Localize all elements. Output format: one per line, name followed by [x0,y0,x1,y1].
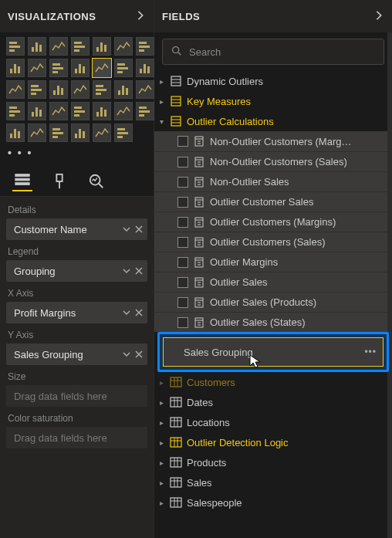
field-checkbox[interactable] [177,237,188,248]
caret-right-icon[interactable]: ▸ [157,499,165,507]
table-row[interactable]: ▸ Customers [154,372,392,392]
viz-area-icon[interactable] [114,37,133,56]
viz-donut-icon[interactable] [136,59,154,77]
viz-filled-map-icon[interactable] [49,80,68,99]
caret-right-icon[interactable]: ▸ [157,97,165,106]
field-well[interactable]: Sales Grouping [6,343,147,365]
analytics-tool-icon[interactable] [86,171,106,191]
chevron-right-icon[interactable] [373,10,384,23]
viz-qa-icon[interactable] [28,124,46,142]
fields-tool-icon[interactable] [12,171,32,191]
viz-decomp-icon[interactable] [6,124,25,142]
viz-stacked-area-icon[interactable] [136,37,154,56]
chevron-down-icon[interactable] [123,349,130,360]
viz-pie-icon[interactable] [114,59,133,77]
viz-stacked-bar-icon[interactable] [6,37,25,56]
viz-multi-card-icon[interactable] [114,80,133,99]
table-row[interactable]: ▸ Products [154,452,392,472]
field-row[interactable]: Non-Outlier Sales [154,171,392,191]
viz-line-icon[interactable] [93,37,111,56]
viz-globe-icon[interactable] [114,124,133,142]
field-well[interactable]: Profit Margins [6,302,147,323]
remove-icon[interactable] [135,349,143,360]
field-checkbox[interactable] [177,177,188,188]
viz-ribbon-icon[interactable] [28,59,46,77]
chevron-down-icon[interactable] [123,307,130,319]
chevron-down-icon[interactable] [123,266,130,277]
fields-search[interactable]: Search [162,39,384,65]
viz-funnel-icon[interactable] [71,59,90,77]
field-row[interactable]: Outlier Margins [154,252,392,272]
field-well[interactable]: Grouping [6,260,147,282]
viz-paginated-icon[interactable] [49,124,68,142]
table-row[interactable]: ▸ Outlier Detection Logic [154,432,392,452]
fields-header[interactable]: FIELDS [154,0,392,32]
caret-right-icon[interactable]: ▸ [157,418,165,427]
viz-kpi-icon[interactable] [136,80,154,99]
field-checkbox[interactable] [177,217,188,228]
viz-arc-gis-icon[interactable] [114,102,133,120]
viz-line-bar-icon[interactable] [6,59,25,77]
measure-icon [193,216,205,228]
format-tool-icon[interactable] [49,171,69,191]
field-well[interactable]: Drag data fields here [6,427,147,448]
viz-waterfall-icon[interactable] [49,59,68,77]
caret-right-icon[interactable]: ▸ [157,458,165,467]
field-checkbox[interactable] [177,197,188,208]
caret-right-icon[interactable]: ▸ [157,77,165,86]
field-row[interactable]: Outlier Customers (Sales) [154,232,392,252]
chevron-right-icon[interactable] [135,10,146,23]
viz-matrix-icon[interactable] [49,102,68,120]
field-well[interactable]: Drag data fields here [6,385,147,407]
remove-icon[interactable] [135,266,143,277]
table-row[interactable]: ▸ Dynamic Outliers [154,71,392,91]
chevron-down-icon[interactable] [123,224,130,235]
table-row[interactable]: ▾ Outlier Calculations [154,111,392,131]
caret-right-icon[interactable]: ▸ [157,438,165,447]
field-row[interactable]: Outlier Customers (Margins) [154,211,392,232]
table-row[interactable]: ▸ Locations [154,412,392,432]
viz-key-influencers-icon[interactable] [136,102,154,120]
field-row[interactable]: Outlier Customer Sales [154,191,392,211]
field-checkbox[interactable] [177,317,188,328]
field-row[interactable]: Outlier Sales (States) [154,312,392,332]
table-row[interactable]: ▸ Salespeople [154,492,392,513]
more-options-icon[interactable]: ••• [364,347,377,357]
field-checkbox[interactable] [177,297,188,308]
field-well[interactable]: Customer Name [6,218,147,240]
viz-clustered-bar-icon[interactable] [28,37,46,56]
field-checkbox[interactable] [177,257,188,268]
more-visuals-button[interactable]: • • • [0,147,154,164]
viz-R-icon[interactable] [93,124,111,142]
field-checkbox[interactable] [177,157,188,167]
viz-card-icon[interactable] [93,80,111,99]
caret-down-icon[interactable]: ▾ [157,117,165,126]
viz-gauge-icon[interactable] [71,80,90,99]
visualizations-header[interactable]: VISUALIZATIONS [0,0,154,32]
viz-treemap-icon[interactable] [6,80,25,99]
viz-clustered-column-icon[interactable] [71,37,90,56]
remove-icon[interactable] [135,307,143,319]
viz-scatter-icon[interactable] [93,59,111,77]
field-row[interactable]: Outlier Sales (Products) [154,292,392,312]
table-row[interactable]: ▸ Dates [154,392,392,412]
field-row[interactable]: Non-Outlier Customers (Sales) [154,151,392,171]
viz-map-icon[interactable] [28,80,46,99]
caret-right-icon[interactable]: ▸ [157,479,165,487]
field-row[interactable]: Non-Outlier Customers (Marg… [154,131,392,151]
viz-r-visual-icon[interactable] [71,102,90,120]
remove-icon[interactable] [135,224,143,235]
field-row[interactable]: Outlier Sales [154,272,392,292]
field-checkbox[interactable] [177,136,188,147]
visualizations-pane: VISUALIZATIONS • • • DetailsCustomer Nam… [0,0,154,538]
caret-right-icon[interactable]: ▸ [157,398,165,407]
caret-right-icon[interactable]: ▸ [157,378,165,387]
viz-slicer-icon[interactable] [6,102,25,120]
viz-py-visual-icon[interactable] [93,102,111,120]
table-row[interactable]: ▸ Key Measures [154,91,392,111]
table-row[interactable]: ▸ Sales [154,472,392,492]
viz-table-icon[interactable] [28,102,46,120]
field-checkbox[interactable] [177,277,188,288]
viz-narrative-icon[interactable] [71,124,90,142]
viz-stacked-column-icon[interactable] [49,37,68,56]
